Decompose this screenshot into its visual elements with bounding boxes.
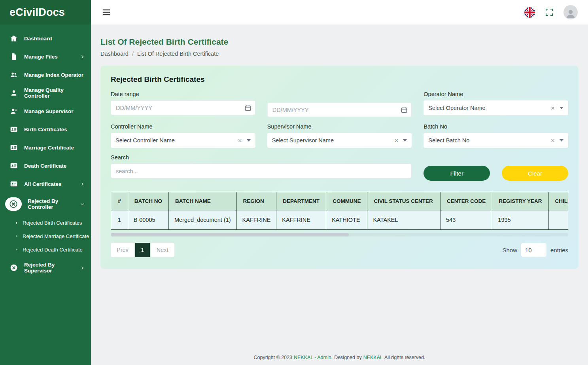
select-value: Select Supervisor Name (272, 137, 334, 144)
chevron-down-icon[interactable] (247, 139, 251, 142)
sidebar-subitem-label: Rejected Birth Certificates (23, 220, 82, 226)
chevron-down-icon (80, 202, 85, 206)
select-value: Select Controller Name (115, 137, 175, 144)
footer-rights: All rights reserved. (384, 355, 425, 360)
operator-name-select[interactable]: Select Operator Name × (424, 100, 568, 115)
clear-selection-icon[interactable]: × (238, 137, 242, 144)
current-page-button[interactable]: 1 (135, 243, 150, 257)
sidebar-item-marriage-certificate[interactable]: Marriage Certificate (0, 138, 91, 157)
footer-admin-link[interactable]: NEKKAL - Admin. (294, 355, 333, 360)
controller-name-field: Controller Name Select Controller Name × (111, 123, 255, 148)
sidebar-item-rejected-by-controller[interactable]: Rejected By Controller (0, 193, 91, 215)
footer-nekkal-link[interactable]: NEKKAL (363, 355, 383, 360)
user-avatar[interactable] (563, 5, 578, 19)
filters-grid: Date range (111, 91, 568, 181)
sidebar-item-label: Manage Files (24, 54, 58, 60)
chevron-right-icon (80, 266, 85, 270)
col-header-childs: CHILD'S (548, 192, 568, 210)
col-header-region: REGION (236, 192, 276, 210)
sidebar-item-label: Dashboard (24, 36, 52, 42)
sidebar-subitem-rejected-death-certificate[interactable]: Rejected Death Certificate (0, 243, 91, 256)
col-header-commune: COMMUNE (326, 192, 367, 210)
search-label: Search (111, 154, 412, 161)
controller-name-label: Controller Name (111, 123, 255, 130)
batch-no-label: Batch No (424, 123, 568, 130)
search-field: Search (111, 154, 412, 181)
prev-page-button[interactable]: Prev (111, 243, 134, 257)
calendar-icon[interactable] (401, 106, 408, 113)
cell-childs (548, 210, 568, 230)
supervisor-name-field: Supervisor Name Select Supervisor Name × (267, 123, 412, 148)
sidebar-item-label: Marriage Certificate (24, 145, 74, 151)
chevron-down-icon[interactable] (560, 107, 563, 109)
clear-selection-icon[interactable]: × (394, 137, 398, 144)
bullet-dot-icon (14, 249, 19, 250)
id-card-icon (9, 161, 18, 170)
filter-button[interactable]: Filter (424, 166, 490, 181)
clear-selection-icon[interactable]: × (551, 137, 555, 144)
page-title: List Of Rejected Birth Certificate (100, 37, 579, 47)
cell-registry-year: 1995 (492, 210, 548, 230)
sidebar-item-label: Rejected By Supervisor (24, 262, 74, 274)
clear-selection-icon[interactable]: × (551, 105, 555, 112)
sidebar-item-label: All Certificates (24, 181, 62, 187)
sidebar-item-manage-quality-controller[interactable]: Manage Quality Controller (0, 84, 91, 102)
chevron-down-icon[interactable] (403, 139, 407, 142)
sidebar-item-all-certificates[interactable]: All Certificates (0, 175, 91, 193)
footer: Copyright © 2023 NEKKAL - Admin. Designe… (100, 348, 579, 365)
breadcrumb-dashboard[interactable]: Dashboard (100, 51, 129, 57)
batch-no-select[interactable]: Select Batch No × (424, 133, 568, 148)
clear-button[interactable]: Clear (502, 166, 568, 181)
sidebar-item-manage-files[interactable]: Manage Files (0, 47, 91, 66)
pagination: Prev 1 Next (111, 243, 174, 257)
id-card-icon (9, 125, 18, 134)
sidebar-subitem-rejected-marriage-certificate[interactable]: Rejected Marriage Certificate (0, 229, 91, 243)
search-input[interactable] (111, 164, 412, 178)
rejected-certificates-panel: Rejected Birth Certificates Date range (100, 66, 579, 269)
results-table-wrapper: # BATCH NO BATCH NAME REGION DEPARTMENT … (111, 192, 568, 230)
sidebar-subitem-label: Rejected Death Certificate (23, 247, 83, 253)
sidebar: eCivilDocs Dashboard Manage Files (0, 0, 91, 365)
operator-name-label: Operator Name (424, 91, 568, 97)
sidebar-item-birth-certificates[interactable]: Birth Certificates (0, 120, 91, 138)
topbar (91, 0, 588, 25)
horizontal-scrollbar-thumb[interactable] (111, 233, 349, 236)
cell-department: KAFFRINE (276, 210, 326, 230)
entries-count-input[interactable] (521, 243, 546, 257)
calendar-icon[interactable] (244, 104, 251, 112)
cell-index: 1 (111, 210, 128, 230)
active-item-badge (5, 197, 22, 211)
x-circle-icon (9, 263, 18, 272)
user-icon (9, 89, 18, 97)
id-card-icon (9, 143, 18, 152)
date-from-input[interactable] (111, 100, 255, 115)
sidebar-item-death-certificate[interactable]: Death Certificate (0, 157, 91, 175)
fullscreen-icon[interactable] (545, 8, 554, 17)
chevron-down-icon[interactable] (560, 139, 563, 142)
bullet-dot-icon (14, 235, 19, 237)
col-header-center-code: CENTER CODE (441, 192, 492, 210)
col-header-batch-no: BATCH NO (128, 192, 168, 210)
app-root: eCivilDocs Dashboard Manage Files (0, 0, 588, 365)
date-to-input[interactable] (267, 102, 412, 117)
user-plus-icon (9, 107, 18, 115)
sidebar-item-rejected-by-supervisor[interactable]: Rejected By Supervisor (0, 259, 91, 277)
menu-toggle-button[interactable] (101, 8, 112, 17)
sidebar-item-manage-index-operator[interactable]: Manage Index Operator (0, 66, 91, 84)
sidebar-item-manage-supervisor[interactable]: Manage Supervisor (0, 102, 91, 120)
sidebar-nav: Dashboard Manage Files Manage Index Oper… (0, 25, 91, 277)
sidebar-item-label: Manage Quality Controller (24, 87, 85, 99)
horizontal-scrollbar-track (111, 233, 568, 236)
active-caret-icon (14, 221, 19, 225)
uk-flag-icon[interactable] (524, 7, 535, 18)
controller-name-select[interactable]: Select Controller Name × (111, 133, 255, 148)
table-header-row: # BATCH NO BATCH NAME REGION DEPARTMENT … (111, 192, 569, 210)
cell-batch-no: B-00005 (128, 210, 168, 230)
breadcrumb: Dashboard / List Of Rejected Birth Certi… (100, 51, 579, 57)
sidebar-subitem-rejected-birth-certificates[interactable]: Rejected Birth Certificates (0, 216, 91, 229)
next-page-button[interactable]: Next (151, 243, 174, 257)
supervisor-name-select[interactable]: Select Supervisor Name × (267, 133, 412, 148)
sidebar-item-dashboard[interactable]: Dashboard (0, 29, 91, 47)
col-header-department: DEPARTMENT (276, 192, 326, 210)
panel-heading: Rejected Birth Certificates (111, 75, 568, 84)
